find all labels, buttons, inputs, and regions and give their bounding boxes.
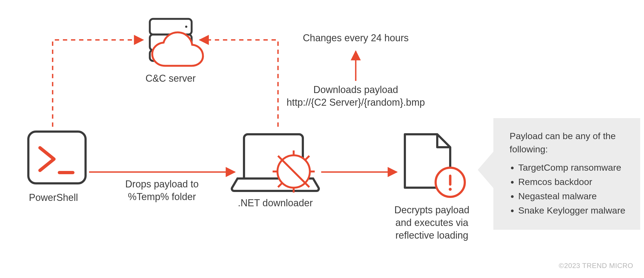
svg-rect-3 [150,35,192,50]
callout-item: Remcos backdoor [518,175,628,188]
callout-pointer [478,151,494,189]
downloads-label: Downloads payload http://{C2 Server}/{ra… [287,84,425,109]
changes-label: Changes every 24 hours [303,32,409,44]
callout-item: TargetComp ransomware [518,161,628,174]
laptop-bug-icon [232,134,319,193]
conn-net-to-cc [200,40,278,127]
svg-point-17 [436,168,465,197]
copyright-text: ©2023 TREND MICRO [559,262,633,270]
callout-item: Snake Keylogger malware [518,204,628,217]
callout-list: TargetComp ransomware Remcos backdoor Ne… [510,161,628,217]
conn-powershell-to-cc [53,40,143,127]
svg-line-8 [282,160,305,183]
callout-item: Negasteal malware [518,190,628,203]
file-alert-icon [405,134,465,197]
svg-rect-0 [28,132,86,183]
svg-line-13 [278,156,282,160]
powershell-label: PowerShell [29,191,78,204]
decrypt-label: Decrypts payload and executes via reflec… [394,204,469,242]
svg-line-15 [306,156,309,160]
server-cloud-icon [150,19,203,66]
svg-rect-2 [150,19,192,35]
svg-point-7 [277,155,310,188]
callout-title: Payload can be any of the following: [510,129,628,156]
terminal-icon [28,132,86,183]
svg-point-19 [449,188,452,191]
drops-label: Drops payload to %Temp% folder [125,178,199,203]
diagram-stage: PowerShell C&C server .NET downloader De… [0,0,644,278]
svg-point-6 [185,41,187,43]
svg-line-14 [306,183,309,187]
net-downloader-label: .NET downloader [238,197,313,210]
cc-label: C&C server [145,72,196,85]
svg-point-5 [185,26,187,28]
svg-marker-20 [478,151,494,189]
payload-callout: Payload can be any of the following: Tar… [493,118,640,230]
svg-rect-4 [150,50,192,61]
svg-line-16 [278,183,282,187]
